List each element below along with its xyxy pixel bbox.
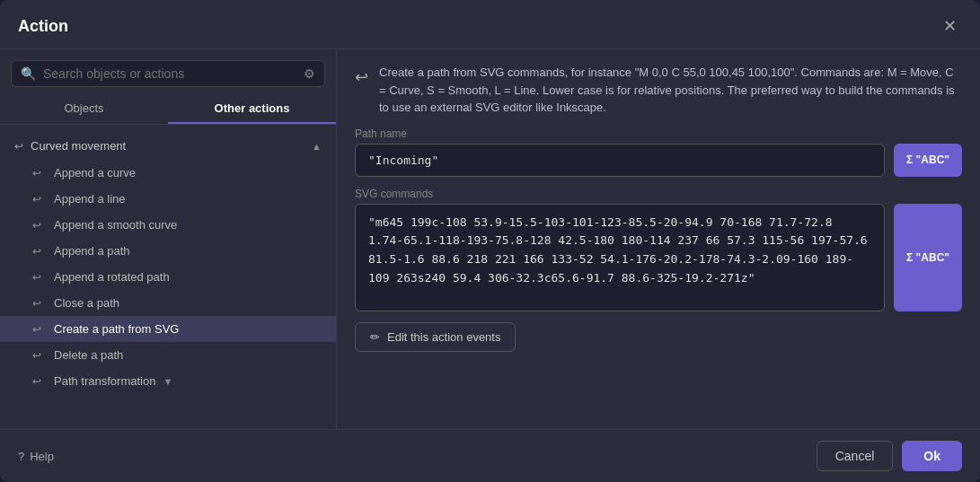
modal-body: 🔍 ⚙ Objects Other actions ↩ Curved movem… xyxy=(0,49,980,429)
svg-commands-input[interactable]: "m645 199c-108 53.9-15.5-103-101-123-85.… xyxy=(355,204,885,311)
svg-commands-group: SVG commands "m645 199c-108 53.9-15.5-10… xyxy=(355,188,962,311)
line-item-icon: ↩ xyxy=(32,193,47,206)
item-label: Append a line xyxy=(54,192,126,206)
info-box: ↩ Create a path from SVG commands, for i… xyxy=(355,64,962,117)
tab-objects[interactable]: Objects xyxy=(0,94,168,124)
transform-item-icon: ↩ xyxy=(32,375,47,388)
item-label: Append a path xyxy=(54,244,130,258)
close-path-icon: ↩ xyxy=(32,297,47,310)
modal-title: Action xyxy=(18,17,68,36)
tab-other-actions[interactable]: Other actions xyxy=(168,94,336,124)
group-label: Curved movement xyxy=(31,139,305,153)
edit-button-label: Edit this action events xyxy=(387,330,500,344)
info-text: Create a path from SVG commands, for ins… xyxy=(379,64,962,117)
ok-button[interactable]: Ok xyxy=(902,441,962,471)
list-item-append-curve[interactable]: ↩ Append a curve xyxy=(0,160,336,186)
path-svg-icon: ↩ xyxy=(355,66,368,90)
edit-action-row: ✏ Edit this action events xyxy=(355,322,962,352)
rotated-item-icon: ↩ xyxy=(32,271,47,284)
list-item-create-svg[interactable]: ↩ Create a path from SVG xyxy=(0,316,336,342)
list-item-append-smooth[interactable]: ↩ Append a smooth curve xyxy=(0,212,336,238)
right-panel: ↩ Create a path from SVG commands, for i… xyxy=(337,49,980,429)
path-name-group: Path name Σ "ABC" xyxy=(355,127,962,177)
items-list: ↩ Curved movement ▲ ↩ Append a curve ↩ A… xyxy=(0,128,336,429)
left-panel: 🔍 ⚙ Objects Other actions ↩ Curved movem… xyxy=(0,49,337,429)
item-label: Append a smooth curve xyxy=(54,218,177,232)
close-button[interactable]: ✕ xyxy=(938,14,962,38)
item-label: Path transformation xyxy=(54,374,155,388)
modal-footer: ? Help Cancel Ok xyxy=(0,429,980,482)
path-name-row: Σ "ABC" xyxy=(355,144,962,177)
delete-item-icon: ↩ xyxy=(32,349,47,362)
chevron-right-icon: ▼ xyxy=(163,376,172,387)
edit-icon: ✏ xyxy=(370,330,380,344)
item-label: Append a rotated path xyxy=(54,270,170,284)
search-bar: 🔍 ⚙ xyxy=(11,60,325,87)
filter-icon[interactable]: ⚙ xyxy=(304,66,315,81)
group-curved-movement[interactable]: ↩ Curved movement ▲ xyxy=(0,132,336,160)
svg-commands-row: "m645 199c-108 53.9-15.5-103-101-123-85.… xyxy=(355,204,962,311)
help-icon: ? xyxy=(18,450,24,463)
list-item-append-line[interactable]: ↩ Append a line xyxy=(0,186,336,212)
cancel-button[interactable]: Cancel xyxy=(817,441,894,471)
path-item-icon: ↩ xyxy=(32,245,47,258)
list-item-delete-path[interactable]: ↩ Delete a path xyxy=(0,342,336,368)
svg-item-icon: ↩ xyxy=(32,323,47,336)
svg-commands-label: SVG commands xyxy=(355,188,962,200)
tab-bar: Objects Other actions xyxy=(0,94,336,125)
edit-action-button[interactable]: ✏ Edit this action events xyxy=(355,322,516,352)
curve-item-icon: ↩ xyxy=(32,167,47,180)
search-icon: 🔍 xyxy=(21,66,36,81)
item-label: Append a curve xyxy=(54,166,136,180)
item-label: Create a path from SVG xyxy=(54,322,179,336)
list-item-close-path[interactable]: ↩ Close a path xyxy=(0,290,336,316)
action-modal: Action ✕ 🔍 ⚙ Objects Other actions ↩ Cur… xyxy=(0,0,980,482)
list-item-path-transform[interactable]: ↩ Path transformation ▼ xyxy=(0,368,336,394)
path-name-label: Path name xyxy=(355,127,962,140)
list-item-append-rotated[interactable]: ↩ Append a rotated path xyxy=(0,264,336,290)
path-name-expr-button[interactable]: Σ "ABC" xyxy=(894,144,962,177)
item-label: Close a path xyxy=(54,296,119,310)
svg-commands-expr-button[interactable]: Σ "ABC" xyxy=(894,204,962,311)
path-name-input[interactable] xyxy=(355,144,885,177)
list-item-append-path[interactable]: ↩ Append a path xyxy=(0,238,336,264)
search-input[interactable] xyxy=(43,66,296,81)
curve-icon: ↩ xyxy=(14,140,23,153)
smooth-item-icon: ↩ xyxy=(32,219,47,232)
chevron-up-icon: ▲ xyxy=(312,141,322,152)
footer-actions: Cancel Ok xyxy=(817,441,962,471)
help-label: Help xyxy=(30,450,54,463)
help-button[interactable]: ? Help xyxy=(18,450,54,463)
item-label: Delete a path xyxy=(54,348,123,362)
modal-header: Action ✕ xyxy=(0,0,980,49)
